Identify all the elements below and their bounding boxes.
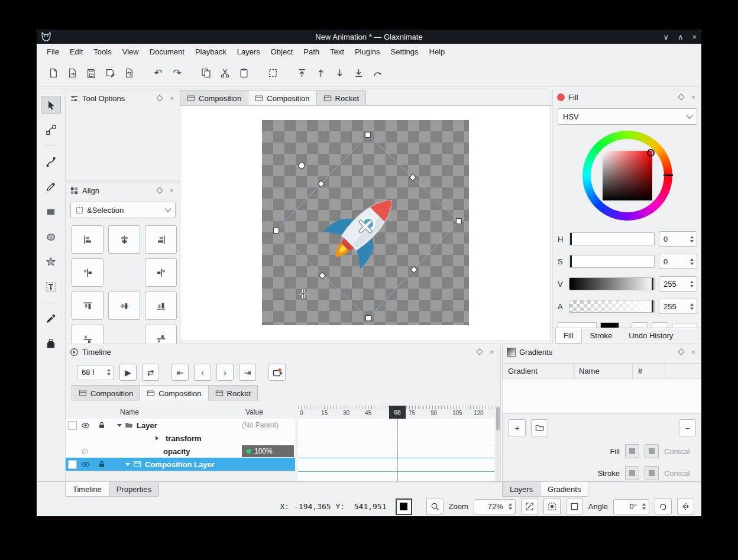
- tab-fill[interactable]: Fill: [555, 328, 582, 344]
- eye-icon[interactable]: [77, 460, 93, 469]
- menu-document[interactable]: Document: [144, 45, 190, 59]
- timeline-row-opacity[interactable]: opacity 100%: [66, 445, 295, 458]
- color-mode-select[interactable]: HSV: [558, 108, 697, 125]
- float-panel-icon[interactable]: [475, 348, 484, 357]
- align-right-button[interactable]: [145, 225, 177, 254]
- align-hcenter-button[interactable]: [108, 225, 140, 254]
- track-row-selected[interactable]: [298, 458, 494, 472]
- tab-composition-1[interactable]: Composition: [180, 90, 248, 106]
- draw-bezier-tool[interactable]: [41, 153, 61, 171]
- menu-tools[interactable]: Tools: [88, 45, 116, 59]
- timeline-ruler[interactable]: 0 15 30 45 68 75 90 105 120: [298, 406, 494, 419]
- flip-view-button[interactable]: [677, 498, 694, 515]
- close-panel-icon[interactable]: ×: [167, 186, 176, 195]
- maximize-button[interactable]: ∧: [678, 33, 684, 41]
- previous-frame-button[interactable]: ‹: [194, 364, 211, 381]
- dock-tab-layers[interactable]: Layers: [502, 482, 540, 497]
- rectangle-tool[interactable]: [41, 203, 61, 221]
- gradient-column-header[interactable]: Gradient: [503, 364, 574, 378]
- align-top-button[interactable]: [72, 292, 103, 320]
- value-column-header[interactable]: Value: [242, 406, 302, 419]
- timeline-row-transform[interactable]: transform: [66, 432, 295, 445]
- save-as-button[interactable]: [102, 64, 119, 82]
- align-outside-right-button[interactable]: [145, 258, 177, 287]
- eye-icon[interactable]: [77, 421, 93, 430]
- edit-nodes-tool[interactable]: [41, 121, 61, 139]
- menu-help[interactable]: Help: [424, 45, 451, 59]
- saturation-spinbox[interactable]: 0: [659, 254, 697, 269]
- canvas-viewport[interactable]: [180, 105, 551, 341]
- loop-button[interactable]: ⇄: [142, 364, 159, 381]
- color-picker-tool[interactable]: [41, 310, 61, 328]
- add-preset-button[interactable]: [531, 419, 548, 436]
- align-outside-left-button[interactable]: [72, 258, 103, 287]
- fill-linear-gradient-button[interactable]: [625, 444, 639, 458]
- timeline-row-composition-layer[interactable]: Composition Layer: [66, 458, 295, 471]
- add-gradient-button[interactable]: +: [509, 419, 526, 436]
- menu-playback[interactable]: Playback: [190, 45, 232, 59]
- count-column-header[interactable]: #: [633, 364, 665, 378]
- scrollbar-thumb[interactable]: [496, 407, 500, 430]
- open-file-button[interactable]: [64, 64, 81, 82]
- fit-canvas-button[interactable]: [543, 498, 561, 515]
- cut-button[interactable]: [216, 64, 234, 82]
- stroke-radial-gradient-button[interactable]: [645, 466, 659, 480]
- ellipse-tool[interactable]: [41, 228, 61, 246]
- gradients-list[interactable]: [503, 379, 701, 414]
- text-tool[interactable]: [41, 277, 61, 296]
- playhead-line[interactable]: [397, 419, 397, 482]
- brush-tool[interactable]: [41, 178, 61, 196]
- menu-layers[interactable]: Layers: [232, 45, 266, 59]
- redo-button[interactable]: ↷: [169, 64, 186, 82]
- close-panel-icon[interactable]: ×: [487, 348, 496, 357]
- hue-marker-icon[interactable]: [663, 174, 673, 176]
- alpha-slider[interactable]: [569, 300, 655, 313]
- fill-radial-gradient-button[interactable]: [645, 444, 659, 458]
- row-color-box[interactable]: [68, 460, 77, 469]
- sv-selector-icon[interactable]: [647, 149, 655, 157]
- menu-text[interactable]: Text: [325, 45, 349, 59]
- float-panel-icon[interactable]: [155, 186, 164, 195]
- timeline-scrollbar[interactable]: [496, 406, 500, 482]
- save-button[interactable]: [83, 64, 100, 82]
- lock-icon[interactable]: [93, 460, 110, 468]
- menu-settings[interactable]: Settings: [386, 45, 424, 59]
- expand-arrow-icon[interactable]: [117, 424, 122, 429]
- close-button[interactable]: ×: [692, 33, 697, 41]
- align-left-button[interactable]: [72, 225, 103, 254]
- hue-slider[interactable]: [569, 232, 655, 245]
- zoom-fit-button[interactable]: [521, 498, 538, 515]
- color-wheel[interactable]: [553, 127, 701, 224]
- align-relative-to-select[interactable]: &Selection: [70, 202, 176, 218]
- lower-to-bottom-button[interactable]: [350, 64, 367, 82]
- stroke-linear-gradient-button[interactable]: [625, 466, 639, 480]
- value-slider[interactable]: [569, 277, 655, 290]
- name-column-header[interactable]: Name: [116, 406, 245, 419]
- tab-composition-2[interactable]: Composition: [248, 90, 316, 106]
- play-button[interactable]: ▶: [119, 364, 137, 381]
- menu-object[interactable]: Object: [266, 45, 299, 59]
- timeline-tab-rocket[interactable]: Rocket: [208, 385, 258, 401]
- tab-stroke[interactable]: Stroke: [582, 328, 621, 344]
- stroke-gradient-type[interactable]: Conical: [664, 469, 695, 478]
- float-panel-icon[interactable]: [676, 93, 685, 102]
- row-color-box[interactable]: [68, 421, 77, 430]
- reset-rotation-button[interactable]: [655, 498, 672, 515]
- timeline-row-layer[interactable]: Layer (No Parent): [66, 419, 295, 432]
- copy-button[interactable]: [198, 64, 215, 82]
- menu-edit[interactable]: Edit: [64, 45, 88, 59]
- track-row[interactable]: [298, 419, 494, 432]
- expand-arrow-icon[interactable]: [125, 463, 130, 468]
- saturation-slider[interactable]: [569, 255, 655, 268]
- keyframe-tracks[interactable]: [298, 419, 494, 482]
- zoom-spinbox[interactable]: 72%: [474, 499, 516, 514]
- timeline-tab-composition-1[interactable]: Composition: [72, 385, 140, 401]
- go-last-frame-button[interactable]: ⇥: [239, 364, 256, 381]
- menu-plugins[interactable]: Plugins: [349, 45, 386, 59]
- current-color-indicator[interactable]: [396, 499, 412, 515]
- track-row[interactable]: [298, 445, 494, 458]
- tab-rocket[interactable]: Rocket: [316, 90, 366, 106]
- title-bar[interactable]: New Animation * — Glaxnimate ∨ ∧ ×: [37, 30, 701, 44]
- fill-bucket-tool[interactable]: [41, 335, 61, 353]
- track-row[interactable]: [298, 432, 494, 445]
